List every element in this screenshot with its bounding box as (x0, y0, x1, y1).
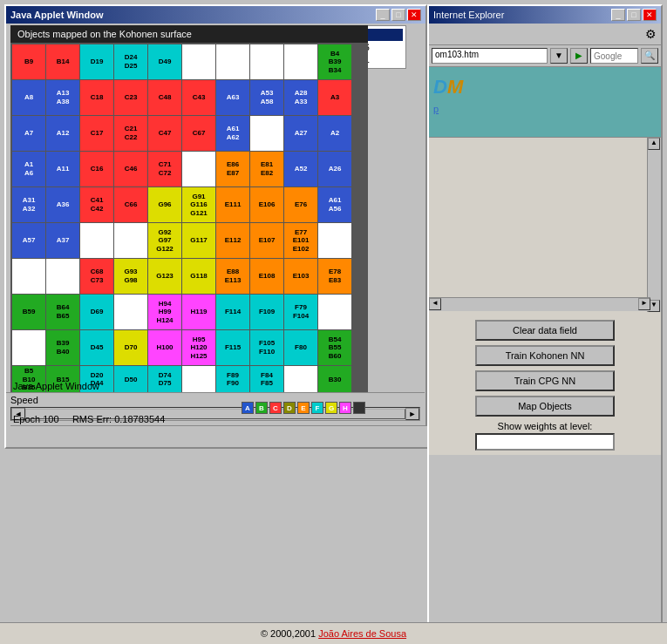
cell-1-7: A53 A58 (250, 80, 283, 115)
cell-4-2: C41 C42 (80, 187, 113, 222)
cell-9-4: D74 D75 (148, 366, 181, 393)
browser-close-btn[interactable]: ✕ (643, 9, 657, 21)
cell-7-0: B59 (12, 295, 45, 329)
cell-1-1: A13 A38 (46, 80, 79, 115)
cell-0-8 (284, 44, 317, 79)
applet-titlebar: Java Applet Window _ □ ✕ (6, 6, 425, 24)
search-btn[interactable]: 🔍 (641, 48, 658, 64)
train-kohonen-btn[interactable]: Train Kohonen NN (475, 345, 615, 366)
nav-down-btn[interactable]: ▼ (550, 48, 568, 64)
cell-0-0: B9 (12, 44, 45, 79)
cell-1-8: A28 A33 (284, 80, 317, 115)
cell-7-1: B64 B65 (46, 295, 79, 329)
browser-minimize-btn[interactable]: _ (611, 9, 625, 21)
cell-4-5: G91 G116 G121 (182, 187, 215, 222)
maximize-btn[interactable]: □ (391, 9, 405, 21)
nav-play-btn[interactable]: ▶ (570, 48, 588, 64)
close-btn[interactable]: ✕ (407, 9, 421, 21)
kohonen-title: Objects mapped on the Kohonen surface (10, 25, 368, 43)
show-weights-label: Show weights at level: (433, 421, 657, 431)
cell-0-7 (250, 44, 283, 79)
search-input[interactable] (590, 48, 638, 64)
cell-4-0: A31 A32 (12, 187, 45, 222)
cell-4-6: E111 (216, 187, 249, 222)
cell-9-8 (284, 366, 317, 393)
cell-9-9: B30 (318, 366, 351, 393)
cell-4-4: G96 (148, 187, 181, 222)
legend-box-H: H (339, 402, 351, 414)
cell-0-5 (182, 44, 215, 79)
cell-1-2: C18 (80, 80, 113, 115)
cell-6-9: E78 E83 (318, 259, 351, 294)
cell-3-8: A52 (284, 152, 317, 186)
cell-0-2: D19 (80, 44, 113, 79)
cell-2-5: C67 (182, 116, 215, 151)
cell-9-7: F84 F85 (250, 366, 283, 393)
cell-8-0 (12, 330, 45, 365)
scroll-right-btn[interactable]: ► (405, 408, 419, 420)
legend-box-A: A (242, 402, 254, 414)
cell-9-5 (182, 366, 215, 393)
cell-7-4: H94 H99 H124 (148, 295, 181, 329)
address-bar[interactable]: om103.htm (432, 48, 548, 64)
cell-8-1: B39 B40 (46, 330, 79, 365)
train-cpg-btn[interactable]: Train CPG NN (475, 370, 615, 391)
browser-maximize-btn[interactable]: □ (627, 9, 641, 21)
cell-0-4: D49 (148, 44, 181, 79)
cell-7-2: D69 (80, 295, 113, 329)
cell-9-3: D50 (114, 366, 147, 393)
cell-7-3 (114, 295, 147, 329)
cell-8-6: F115 (216, 330, 249, 365)
browser-title: Internet Explorer (433, 10, 504, 20)
legend-box-B: B (255, 402, 268, 414)
color-legend: ABCDEFGH (242, 402, 365, 414)
legend-box-E: E (297, 402, 310, 414)
cell-0-1: B14 (46, 44, 79, 79)
rms-label: RMS Err: 0.18783544 (72, 414, 165, 424)
epoch-label: Epoch 100 (13, 414, 59, 424)
cell-4-8: E76 (284, 187, 317, 222)
cell-6-3: G93 G98 (114, 259, 147, 294)
cell-2-6: A61 A62 (216, 116, 249, 151)
vertical-scrollbar: ▲ ▼ (647, 138, 661, 312)
page-footer: © 2000,2001 João Aires de Sousa (0, 622, 667, 644)
cell-8-9: B54 B55 B60 (318, 330, 351, 365)
minimize-btn[interactable]: _ (376, 9, 390, 21)
scroll-right2-btn[interactable]: ► (638, 298, 650, 310)
scroll-up-btn[interactable]: ▲ (648, 138, 660, 150)
cell-3-0: A1 A6 (12, 152, 45, 186)
gear-icon[interactable]: ⚙ (645, 27, 657, 41)
status-bar (10, 425, 433, 447)
cell-4-3: C66 (114, 187, 147, 222)
legend-box-D: D (283, 402, 296, 414)
cell-3-9: A26 (318, 152, 351, 186)
scroll-track (648, 150, 661, 300)
footer-author-link[interactable]: João Aires de Sousa (318, 628, 406, 639)
cell-5-0: A57 (12, 223, 45, 258)
browser-link[interactable]: p (433, 104, 439, 114)
cell-5-8: E77 E101 E102 (284, 223, 317, 258)
kohonen-area: Objects mapped on the Kohonen surface B9… (10, 25, 368, 417)
map-objects-btn[interactable]: Map Objects (475, 396, 615, 417)
kohonen-grid: B9B14D19D24 D25D49B4 B39 B34A8A13 A38C18… (10, 43, 368, 395)
weights-input[interactable] (475, 433, 615, 451)
cell-8-8: F80 (284, 330, 317, 365)
cell-1-0: A8 (12, 80, 45, 115)
legend-box-8 (353, 402, 365, 414)
applet-titlebar-buttons: _ □ ✕ (376, 9, 421, 21)
legend-box-G: G (325, 402, 337, 414)
cell-2-8: A27 (284, 116, 317, 151)
cell-6-7: E108 (250, 259, 283, 294)
cell-6-0 (12, 259, 45, 294)
cell-7-8: F79 F104 (284, 295, 317, 329)
controls-area: Clear data field Train Kohonen NN Train … (429, 311, 661, 455)
cell-3-3: C46 (114, 152, 147, 186)
cell-7-9 (318, 295, 351, 329)
browser-titlebar: Internet Explorer _ □ ✕ (429, 6, 661, 24)
cell-3-1: A11 (46, 152, 79, 186)
epoch-status: Epoch 100 RMS Err: 0.18783544 (13, 414, 165, 424)
scroll-left2-btn[interactable]: ◄ (429, 298, 441, 310)
clear-data-btn[interactable]: Clear data field (475, 320, 615, 341)
cell-3-6: E86 E87 (216, 152, 249, 186)
cell-2-1: A12 (46, 116, 79, 151)
